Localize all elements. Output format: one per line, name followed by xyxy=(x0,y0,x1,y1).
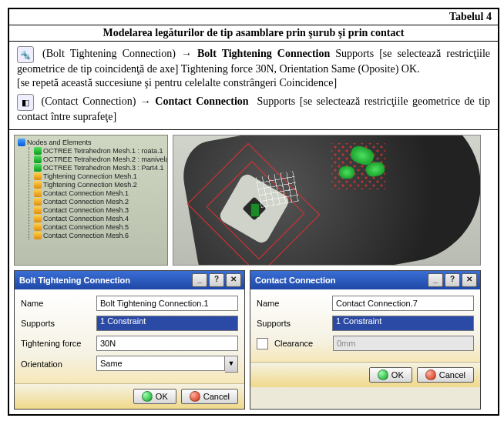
ok-button[interactable]: OK xyxy=(133,389,176,404)
mesh-icon xyxy=(34,155,42,163)
connection-icon xyxy=(34,181,42,189)
spec-tree-panel[interactable]: Nodes and Elements OCTREE Tetrahedron Me… xyxy=(14,135,168,266)
tree-item-label[interactable]: Contact Connection Mesh.2 xyxy=(43,198,129,206)
tree-item-label[interactable]: OCTREE Tetrahedron Mesh.1 : roata.1 xyxy=(43,147,163,155)
bolt-connection-icon: 🔩 xyxy=(17,46,34,63)
supports-field[interactable]: 1 Constraint xyxy=(96,316,238,331)
tree-item-label[interactable]: Contact Connection Mesh.6 xyxy=(43,232,129,239)
chevron-down-icon[interactable]: ▼ xyxy=(225,356,238,373)
tree-item-label[interactable]: OCTREE Tetrahedron Mesh.2 : manivela.1 xyxy=(43,155,168,163)
contact-connection-dialog: Contact Connection _ ? ✕ Name Supports 1… xyxy=(250,270,481,410)
para2-bold: Contact Connection xyxy=(155,95,248,107)
axis-marker xyxy=(250,203,260,217)
tree-item-label[interactable]: OCTREE Tetrahedron Mesh.3 : Part4.1 xyxy=(43,164,163,172)
dialog-title: Bolt Tightening Connection xyxy=(19,276,130,285)
tree-item-label[interactable]: Tightening Connection Mesh.2 xyxy=(43,181,137,189)
connection-icon xyxy=(34,223,42,231)
connection-icon xyxy=(34,172,42,180)
orientation-label: Orientation xyxy=(21,359,92,369)
connection-icon xyxy=(34,189,42,197)
clearance-label: Clearance xyxy=(274,339,328,348)
cancel-icon xyxy=(190,391,200,402)
supports-field[interactable]: 1 Constraint xyxy=(332,316,474,331)
orientation-combo[interactable] xyxy=(96,356,225,371)
cancel-icon xyxy=(425,369,436,380)
bolt-tightening-dialog: Bolt Tightening Connection _ ? ✕ Name Su… xyxy=(14,270,245,410)
connection-icon xyxy=(34,206,42,214)
figures-cell: Nodes and Elements OCTREE Tetrahedron Me… xyxy=(9,130,498,414)
ok-icon xyxy=(378,369,388,380)
minimize-button[interactable]: _ xyxy=(192,273,207,287)
close-button[interactable]: ✕ xyxy=(226,273,241,287)
supports-label: Supports xyxy=(21,319,92,328)
tree-root-icon xyxy=(18,139,25,146)
cancel-button[interactable]: Cancel xyxy=(181,389,238,404)
name-label: Name xyxy=(257,299,328,308)
para2-lead: (Contact Connection) → xyxy=(41,95,150,107)
para1-bold: Bolt Tightening Connection xyxy=(197,48,330,59)
name-field[interactable] xyxy=(332,296,474,311)
connection-icon xyxy=(34,232,42,239)
tightening-force-field[interactable] xyxy=(96,336,238,351)
para1-note: [se repetă această succesiune şi pentru … xyxy=(17,77,490,89)
minimize-button[interactable]: _ xyxy=(428,273,443,287)
help-button[interactable]: ? xyxy=(445,273,460,287)
help-button[interactable]: ? xyxy=(209,273,224,287)
mesh-overlay xyxy=(256,171,299,208)
connection-icon xyxy=(34,198,42,206)
tree-root-label: Nodes and Elements xyxy=(27,139,92,146)
close-button[interactable]: ✕ xyxy=(462,273,477,287)
3d-viewport[interactable] xyxy=(173,135,481,266)
tree-item-label[interactable]: Contact Connection Mesh.5 xyxy=(43,223,129,231)
tree-item-label[interactable]: Contact Connection Mesh.4 xyxy=(43,215,129,222)
tightening-force-label: Tightening force xyxy=(21,339,92,348)
name-label: Name xyxy=(21,299,92,308)
dialog-title: Contact Connection xyxy=(255,276,336,285)
table-title: Modelarea legăturilor de tip asamblare p… xyxy=(9,25,498,42)
tree-item-label[interactable]: Contact Connection Mesh.1 xyxy=(43,189,129,197)
clearance-checkbox[interactable] xyxy=(257,338,268,349)
tree-item-label[interactable]: Tightening Connection Mesh.1 xyxy=(43,172,137,180)
ok-icon xyxy=(142,391,153,402)
para1-lead: (Bolt Tightening Connection) → xyxy=(42,48,192,59)
tree-item-label[interactable]: Contact Connection Mesh.3 xyxy=(43,206,129,214)
mesh-icon xyxy=(34,164,42,172)
supports-label: Supports xyxy=(257,319,328,328)
table-4: Tabelul 4 Modelarea legăturilor de tip a… xyxy=(8,8,499,416)
mesh-icon xyxy=(34,147,42,155)
ok-button[interactable]: OK xyxy=(369,367,412,383)
name-field[interactable] xyxy=(96,296,238,311)
table-number: Tabelul 4 xyxy=(9,9,498,25)
connection-icon xyxy=(34,215,42,222)
connection-glyph xyxy=(339,166,354,179)
clearance-field xyxy=(333,336,474,351)
cancel-button[interactable]: Cancel xyxy=(417,367,474,383)
contact-connection-icon: ◧ xyxy=(17,94,34,111)
instructions-cell: 🔩 (Bolt Tightening Connection) → Bolt Ti… xyxy=(9,42,498,130)
